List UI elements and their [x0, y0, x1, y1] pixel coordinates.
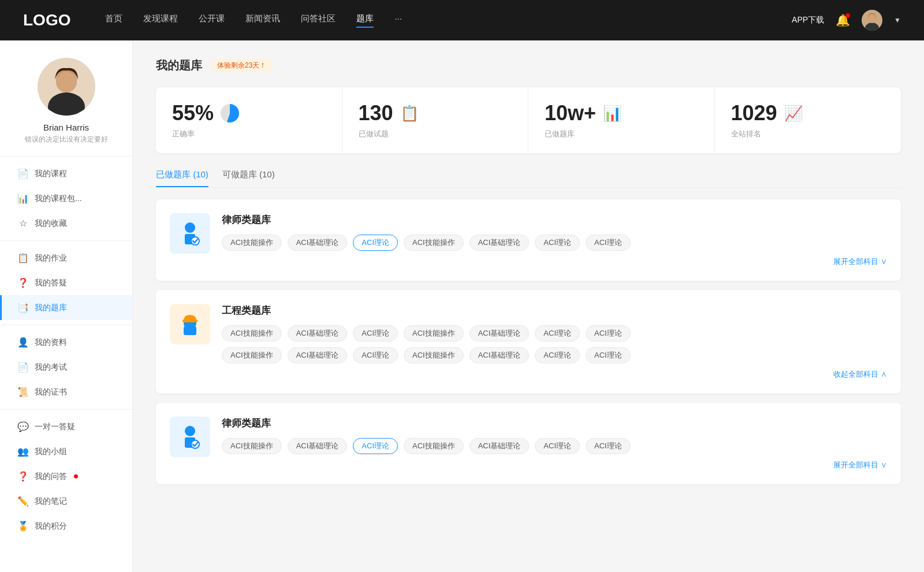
tag-2-1[interactable]: ACI技能操作 — [222, 325, 282, 341]
tag-1-5[interactable]: ACI基础理论 — [470, 235, 530, 251]
tag-2-7[interactable]: ACI理论 — [586, 325, 631, 341]
sidebar-item-questions[interactable]: ❓ 我的问答 — [0, 464, 132, 489]
nav-news[interactable]: 新闻资讯 — [245, 13, 280, 28]
tag-2-11[interactable]: ACI技能操作 — [404, 347, 464, 363]
sidebar-username: Brian Harris — [0, 122, 132, 132]
tag-2-4[interactable]: ACI技能操作 — [404, 325, 464, 341]
sidebar-label-notes: 我的笔记 — [35, 496, 67, 507]
nav-discover[interactable]: 发现课程 — [143, 13, 178, 28]
tag-3-4[interactable]: ACI技能操作 — [404, 438, 464, 454]
grid-icon: 📊 — [603, 105, 621, 122]
stat-banks-label: 已做题库 — [545, 129, 698, 139]
qbank-title-2: 工程类题库 — [222, 304, 887, 317]
sidebar-item-one-on-one[interactable]: 💬 一对一答疑 — [0, 414, 132, 439]
qbank-tags-3: ACI技能操作 ACI基础理论 ACI理论 ACI技能操作 ACI基础理论 AC… — [222, 438, 887, 454]
tag-1-4[interactable]: ACI技能操作 — [404, 235, 464, 251]
tag-2-5[interactable]: ACI基础理论 — [470, 325, 530, 341]
cert-icon: 📜 — [17, 387, 29, 398]
tag-2-12[interactable]: ACI基础理论 — [470, 347, 530, 363]
tag-2-9[interactable]: ACI基础理论 — [288, 347, 348, 363]
stat-accuracy-label: 正确率 — [172, 129, 326, 139]
tag-1-6[interactable]: ACI理论 — [535, 235, 580, 251]
tag-1-7[interactable]: ACI理论 — [586, 235, 631, 251]
page-title: 我的题库 — [156, 58, 202, 73]
sidebar-item-favorites[interactable]: ☆ 我的收藏 — [0, 211, 132, 236]
sidebar-label-points: 我的积分 — [35, 521, 67, 532]
nav-more[interactable]: ··· — [394, 13, 402, 28]
qbank-content-2: 工程类题库 ACI技能操作 ACI基础理论 ACI理论 ACI技能操作 ACI基… — [222, 304, 887, 380]
tag-3-7[interactable]: ACI理论 — [586, 438, 631, 454]
svg-point-7 — [56, 72, 77, 92]
qbank-content-3: 律师类题库 ACI技能操作 ACI基础理论 ACI理论 ACI技能操作 ACI基… — [222, 417, 887, 470]
sidebar-item-my-courses[interactable]: 📄 我的课程 — [0, 161, 132, 186]
qbank-icon-lawyer-1 — [170, 213, 210, 254]
tag-1-2[interactable]: ACI基础理论 — [288, 235, 348, 251]
sidebar-item-qbank[interactable]: 📑 我的题库 — [0, 295, 132, 320]
bell-icon[interactable]: 🔔 — [836, 13, 850, 27]
nav-home[interactable]: 首页 — [105, 13, 122, 28]
tag-3-3[interactable]: ACI理论 — [353, 438, 398, 454]
app-download[interactable]: APP下载 — [792, 15, 824, 25]
stat-accuracy-top: 55% — [172, 101, 326, 125]
stat-rank-label: 全站排名 — [731, 129, 885, 139]
tag-3-6[interactable]: ACI理论 — [535, 438, 580, 454]
qbank-tags-1: ACI技能操作 ACI基础理论 ACI理论 ACI技能操作 ACI基础理论 AC… — [222, 235, 887, 251]
tab-done[interactable]: 已做题库 (10) — [156, 169, 208, 187]
qbank-card-engineer: 工程类题库 ACI技能操作 ACI基础理论 ACI理论 ACI技能操作 ACI基… — [156, 290, 901, 393]
qbank-expand-3[interactable]: 展开全部科目 ∨ — [222, 460, 887, 470]
nav-open-course[interactable]: 公开课 — [199, 13, 225, 28]
stat-rank-value: 1029 — [731, 101, 777, 125]
tag-2-14[interactable]: ACI理论 — [586, 347, 631, 363]
qbank-title-3: 律师类题库 — [222, 417, 887, 430]
sidebar-item-group[interactable]: 👥 我的小组 — [0, 439, 132, 464]
sidebar: Brian Harris 错误的决定比没有决定要好 📄 我的课程 📊 我的课程包… — [0, 40, 133, 572]
exam-icon: 📄 — [17, 362, 29, 373]
tag-3-2[interactable]: ACI基础理论 — [288, 438, 348, 454]
courses-icon: 📄 — [17, 168, 29, 179]
tag-2-13[interactable]: ACI理论 — [535, 347, 580, 363]
stat-done-questions: 130 📋 已做试题 — [342, 87, 529, 153]
tag-2-6[interactable]: ACI理论 — [535, 325, 580, 341]
svg-point-14 — [185, 426, 195, 436]
qbank-expand-1[interactable]: 展开全部科目 ∨ — [222, 257, 887, 267]
tag-2-10[interactable]: ACI理论 — [353, 347, 398, 363]
sidebar-item-qa[interactable]: ❓ 我的答疑 — [0, 270, 132, 295]
page-title-row: 我的题库 体验剩余23天！ — [156, 58, 901, 73]
sidebar-item-points[interactable]: 🏅 我的积分 — [0, 514, 132, 538]
sidebar-item-exam[interactable]: 📄 我的考试 — [0, 355, 132, 380]
sidebar-item-notes[interactable]: ✏️ 我的笔记 — [0, 489, 132, 514]
profile-icon: 👤 — [17, 337, 29, 348]
sidebar-item-course-pack[interactable]: 📊 我的课程包... — [0, 186, 132, 211]
list-icon: 📋 — [400, 105, 419, 122]
qbank-expand-2[interactable]: 收起全部科目 ∧ — [222, 369, 887, 380]
sidebar-item-cert[interactable]: 📜 我的证书 — [0, 380, 132, 404]
tag-2-2[interactable]: ACI基础理论 — [288, 325, 348, 341]
tag-3-5[interactable]: ACI基础理论 — [470, 438, 530, 454]
qbank-header-1: 律师类题库 ACI技能操作 ACI基础理论 ACI理论 ACI技能操作 ACI基… — [170, 213, 887, 267]
qbank-content-1: 律师类题库 ACI技能操作 ACI基础理论 ACI理论 ACI技能操作 ACI基… — [222, 213, 887, 267]
stat-done-value: 130 — [359, 101, 393, 125]
qbank-tabs: 已做题库 (10) 可做题库 (10) — [156, 169, 901, 188]
sidebar-motto: 错误的决定比没有决定要好 — [0, 135, 132, 144]
tab-available[interactable]: 可做题库 (10) — [222, 169, 275, 187]
tag-3-1[interactable]: ACI技能操作 — [222, 438, 282, 454]
svg-rect-12 — [184, 326, 196, 335]
sidebar-item-profile[interactable]: 👤 我的资料 — [0, 330, 132, 355]
sidebar-label-qa: 我的答疑 — [35, 278, 67, 288]
svg-point-3 — [868, 14, 876, 23]
one-on-one-icon: 💬 — [17, 421, 29, 432]
sidebar-label-group: 我的小组 — [35, 447, 67, 457]
tag-2-8[interactable]: ACI技能操作 — [222, 347, 282, 363]
nav-qbank[interactable]: 题库 — [356, 13, 374, 28]
tag-2-3[interactable]: ACI理论 — [353, 325, 398, 341]
sidebar-label-exam: 我的考试 — [35, 362, 67, 373]
user-menu-chevron[interactable]: ▼ — [894, 16, 901, 24]
user-avatar[interactable] — [862, 10, 882, 31]
sidebar-label-cert: 我的证书 — [35, 387, 67, 398]
tag-1-3[interactable]: ACI理论 — [353, 235, 398, 251]
stat-done-top: 130 📋 — [359, 101, 512, 125]
nav-qa[interactable]: 问答社区 — [301, 13, 336, 28]
points-icon: 🏅 — [17, 521, 29, 532]
tag-1-1[interactable]: ACI技能操作 — [222, 235, 282, 251]
sidebar-item-homework[interactable]: 📋 我的作业 — [0, 246, 132, 270]
